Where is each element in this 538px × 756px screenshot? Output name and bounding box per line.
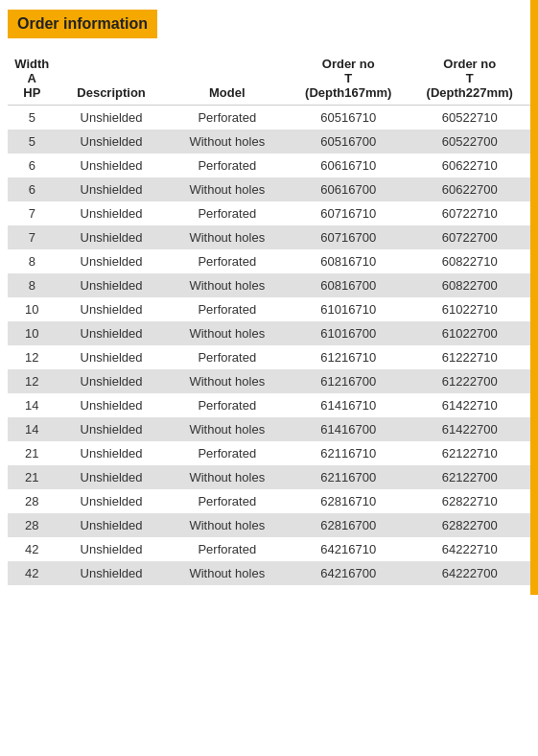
cell-order1: 62116710 — [288, 441, 409, 465]
table-row: 7UnshieldedWithout holes6071670060722700 — [8, 225, 530, 249]
table-row: 42UnshieldedWithout holes642167006422270… — [8, 561, 530, 585]
cell-width: 28 — [8, 513, 57, 537]
cell-order1: 62816700 — [288, 513, 409, 537]
cell-width: 21 — [8, 465, 57, 489]
cell-model: Perforated — [167, 393, 288, 417]
cell-width: 5 — [8, 130, 57, 154]
cell-order1: 61016710 — [288, 297, 409, 321]
table-row: 28UnshieldedPerforated6281671062822710 — [8, 489, 530, 513]
cell-desc: Unshielded — [57, 154, 167, 177]
cell-width: 42 — [8, 561, 57, 585]
header-order2: Order noT(Depth227mm) — [409, 52, 530, 106]
cell-order1: 60516700 — [288, 130, 409, 154]
cell-order1: 62116700 — [288, 465, 409, 489]
cell-width: 10 — [8, 321, 57, 345]
cell-desc: Unshielded — [57, 130, 167, 154]
table-row: 12UnshieldedPerforated6121671061222710 — [8, 345, 530, 369]
cell-order2: 60622710 — [409, 154, 530, 177]
cell-desc: Unshielded — [57, 513, 167, 537]
cell-model: Without holes — [167, 417, 288, 441]
cell-order1: 61216700 — [288, 369, 409, 393]
cell-desc: Unshielded — [57, 177, 167, 201]
cell-model: Perforated — [167, 489, 288, 513]
cell-model: Without holes — [167, 561, 288, 585]
cell-desc: Unshielded — [57, 225, 167, 249]
cell-order2: 61022710 — [409, 297, 530, 321]
table-header-row: WidthAHP Description Model Order noT(Dep… — [8, 52, 530, 106]
cell-width: 6 — [8, 154, 57, 177]
cell-order2: 60722700 — [409, 225, 530, 249]
order-table: WidthAHP Description Model Order noT(Dep… — [8, 52, 530, 585]
table-row: 14UnshieldedPerforated6141671061422710 — [8, 393, 530, 417]
title-bar: Order information — [8, 10, 157, 38]
cell-order2: 60822710 — [409, 249, 530, 273]
page-title: Order information — [17, 15, 148, 32]
cell-order1: 62816710 — [288, 489, 409, 513]
cell-order1: 64216710 — [288, 537, 409, 561]
table-row: 7UnshieldedPerforated6071671060722710 — [8, 201, 530, 225]
cell-model: Perforated — [167, 154, 288, 177]
table-row: 6UnshieldedPerforated6061671060622710 — [8, 154, 530, 177]
cell-order2: 60722710 — [409, 201, 530, 225]
cell-model: Perforated — [167, 106, 288, 130]
header-width: WidthAHP — [8, 52, 57, 106]
cell-order2: 60822700 — [409, 273, 530, 297]
cell-desc: Unshielded — [57, 321, 167, 345]
cell-model: Perforated — [167, 537, 288, 561]
cell-model: Perforated — [167, 441, 288, 465]
header-model: Model — [167, 52, 288, 106]
cell-width: 10 — [8, 297, 57, 321]
cell-model: Perforated — [167, 249, 288, 273]
table-row: 5UnshieldedPerforated6051671060522710 — [8, 106, 530, 130]
cell-model: Perforated — [167, 345, 288, 369]
cell-desc: Unshielded — [57, 369, 167, 393]
cell-width: 8 — [8, 249, 57, 273]
cell-order2: 60522700 — [409, 130, 530, 154]
cell-order2: 61222710 — [409, 345, 530, 369]
cell-desc: Unshielded — [57, 345, 167, 369]
cell-model: Without holes — [167, 177, 288, 201]
cell-order1: 64216700 — [288, 561, 409, 585]
table-row: 8UnshieldedPerforated6081671060822710 — [8, 249, 530, 273]
table-row: 5UnshieldedWithout holes6051670060522700 — [8, 130, 530, 154]
table-row: 6UnshieldedWithout holes6061670060622700 — [8, 177, 530, 201]
accent-bar — [530, 0, 538, 595]
cell-order1: 60816710 — [288, 249, 409, 273]
cell-model: Without holes — [167, 513, 288, 537]
cell-model: Perforated — [167, 297, 288, 321]
cell-desc: Unshielded — [57, 489, 167, 513]
cell-desc: Unshielded — [57, 249, 167, 273]
cell-width: 5 — [8, 106, 57, 130]
cell-model: Without holes — [167, 369, 288, 393]
cell-model: Without holes — [167, 130, 288, 154]
cell-desc: Unshielded — [57, 465, 167, 489]
cell-width: 7 — [8, 201, 57, 225]
cell-model: Without holes — [167, 321, 288, 345]
cell-width: 21 — [8, 441, 57, 465]
cell-order1: 61016700 — [288, 321, 409, 345]
cell-desc: Unshielded — [57, 393, 167, 417]
cell-desc: Unshielded — [57, 561, 167, 585]
cell-order2: 62822700 — [409, 513, 530, 537]
cell-order2: 62822710 — [409, 489, 530, 513]
cell-desc: Unshielded — [57, 106, 167, 130]
table-row: 21UnshieldedWithout holes621167006212270… — [8, 465, 530, 489]
cell-order2: 61022700 — [409, 321, 530, 345]
cell-order1: 60616700 — [288, 177, 409, 201]
cell-order2: 62122710 — [409, 441, 530, 465]
header-description: Description — [57, 52, 167, 106]
cell-order2: 61422700 — [409, 417, 530, 441]
cell-width: 8 — [8, 273, 57, 297]
table-row: 10UnshieldedPerforated6101671061022710 — [8, 297, 530, 321]
cell-desc: Unshielded — [57, 537, 167, 561]
cell-width: 28 — [8, 489, 57, 513]
cell-order1: 60716700 — [288, 225, 409, 249]
table-row: 8UnshieldedWithout holes6081670060822700 — [8, 273, 530, 297]
table-row: 10UnshieldedWithout holes610167006102270… — [8, 321, 530, 345]
cell-order2: 64222700 — [409, 561, 530, 585]
cell-desc: Unshielded — [57, 297, 167, 321]
cell-order1: 60516710 — [288, 106, 409, 130]
cell-order2: 64222710 — [409, 537, 530, 561]
table-row: 12UnshieldedWithout holes612167006122270… — [8, 369, 530, 393]
header-order1: Order noT(Depth167mm) — [288, 52, 409, 106]
